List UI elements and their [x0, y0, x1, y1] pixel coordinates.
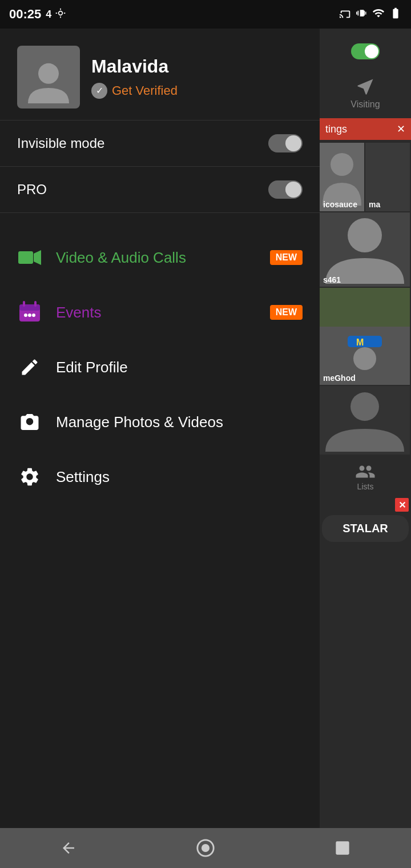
svg-point-0	[59, 11, 63, 15]
user-photo-2[interactable]: ma	[365, 143, 410, 211]
manage-photos-label: Manage Photos & Videos	[56, 413, 223, 431]
status-bar-left: 00:25 4	[9, 7, 66, 22]
cast-icon	[339, 7, 352, 22]
right-user-photos: icosauce ma s461	[320, 143, 411, 544]
svg-text:M: M	[356, 337, 364, 347]
user1-label: icosauce	[323, 200, 357, 209]
user-photo-3[interactable]: s461	[320, 212, 410, 287]
stalar-label: STALAR	[342, 522, 388, 535]
4g-icon: 4	[46, 9, 51, 21]
edit-profile-item[interactable]: Edit Profile	[0, 340, 320, 395]
lists-label: Lists	[357, 482, 374, 491]
settings-partial-label: tings	[325, 123, 347, 135]
svg-point-14	[32, 314, 35, 317]
stalar-button[interactable]: STALAR	[322, 515, 409, 542]
location-icon	[55, 7, 66, 21]
home-button[interactable]	[188, 831, 223, 865]
svg-point-24	[350, 392, 379, 421]
status-time: 00:25	[9, 7, 41, 22]
events-new-badge: NEW	[270, 305, 303, 320]
settings-close-icon[interactable]: ✕	[397, 123, 405, 135]
user3-label: s461	[323, 275, 341, 284]
events-item[interactable]: Events NEW	[0, 285, 320, 340]
user2-label: ma	[369, 200, 380, 209]
user-photo-4[interactable]: M meGhod	[320, 288, 410, 385]
pro-toggle[interactable]	[268, 180, 303, 199]
right-toggle-knob	[365, 45, 378, 58]
bottom-nav	[0, 828, 411, 868]
user4-label: meGhod	[323, 373, 356, 383]
invisible-mode-row[interactable]: Invisible mode	[0, 120, 320, 167]
back-button[interactable]	[51, 831, 86, 865]
svg-point-13	[28, 314, 31, 317]
events-label: Events	[56, 304, 102, 322]
right-settings-bar[interactable]: tings ✕	[320, 118, 411, 140]
avatar	[17, 46, 80, 108]
red-x-badge[interactable]: ✕	[395, 498, 409, 512]
svg-point-16	[331, 153, 353, 176]
status-bar: 00:25 4	[0, 0, 411, 29]
svg-marker-7	[34, 250, 41, 265]
get-verified-label: Get Verified	[112, 83, 178, 98]
svg-point-12	[24, 314, 27, 317]
pro-label: PRO	[17, 182, 47, 198]
user-photo-5[interactable]	[320, 386, 410, 455]
invisible-mode-label: Invisible mode	[17, 135, 104, 151]
invisible-mode-toggle[interactable]	[268, 134, 303, 152]
svg-point-18	[348, 218, 382, 252]
events-icon	[17, 300, 42, 325]
pencil-icon	[17, 355, 42, 380]
profile-info: Malavida ✓ Get Verified	[91, 56, 178, 99]
manage-photos-item[interactable]: Manage Photos & Videos	[0, 395, 320, 449]
recent-button[interactable]	[325, 831, 360, 865]
photo-row-1: icosauce ma	[320, 143, 411, 211]
profile-section[interactable]: Malavida ✓ Get Verified	[0, 29, 320, 120]
wifi-icon	[372, 7, 385, 22]
status-icons-right	[339, 7, 402, 22]
pro-row[interactable]: PRO	[0, 167, 320, 213]
right-toggle-container	[320, 29, 411, 65]
battery-icon	[389, 7, 402, 22]
right-toggle-on[interactable]	[351, 43, 380, 59]
red-x-container: ✕	[320, 498, 411, 512]
main-container: Malavida ✓ Get Verified Invisible mode P…	[0, 29, 411, 828]
right-lists[interactable]: Lists	[320, 456, 411, 497]
camera-icon	[17, 409, 42, 435]
pro-toggle-knob	[285, 182, 301, 198]
video-audio-calls-item[interactable]: Video & Audio Calls NEW	[0, 230, 320, 285]
edit-profile-label: Edit Profile	[56, 359, 128, 376]
settings-label: Settings	[56, 468, 110, 486]
svg-rect-27	[336, 841, 349, 854]
svg-rect-9	[19, 304, 40, 311]
svg-point-5	[38, 63, 59, 84]
right-panel: Visiting tings ✕ icosauce	[320, 29, 411, 828]
svg-rect-19	[348, 336, 382, 347]
video-icon	[17, 245, 42, 270]
settings-icon	[17, 464, 42, 489]
visiting-label: Visiting	[350, 99, 380, 110]
vibrate-icon	[356, 7, 368, 21]
video-new-badge: NEW	[270, 250, 303, 265]
profile-name: Malavida	[91, 56, 178, 77]
video-audio-calls-label: Video & Audio Calls	[56, 249, 186, 267]
check-circle-icon: ✓	[91, 83, 107, 99]
svg-point-21	[353, 347, 376, 370]
toggle-knob	[285, 135, 301, 151]
right-visiting: Visiting	[320, 65, 411, 115]
svg-rect-11	[34, 301, 37, 307]
menu-section: Invisible mode PRO	[0, 120, 320, 504]
status-icons-left: 4	[46, 7, 66, 21]
svg-point-26	[202, 845, 208, 851]
settings-item[interactable]: Settings	[0, 449, 320, 504]
verified-row[interactable]: ✓ Get Verified	[91, 83, 178, 99]
user-photo-1[interactable]: icosauce	[320, 143, 364, 211]
svg-rect-10	[23, 301, 25, 307]
menu-divider	[0, 213, 320, 230]
svg-rect-6	[18, 251, 33, 264]
left-panel: Malavida ✓ Get Verified Invisible mode P…	[0, 29, 320, 828]
